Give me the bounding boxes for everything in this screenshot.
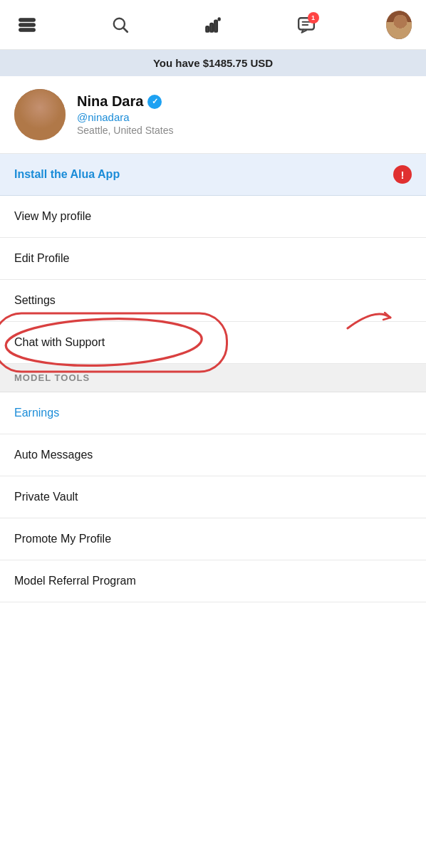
svg-rect-5 [206, 26, 209, 32]
warning-icon: ! [393, 165, 412, 184]
install-banner-text: Install the Alua App [14, 168, 120, 181]
earnings-item[interactable]: Earnings [0, 392, 426, 434]
promote-profile-item[interactable]: Promote My Profile [0, 518, 426, 560]
profile-handle: @ninadara [77, 111, 412, 123]
svg-rect-1 [19, 23, 35, 26]
model-tools-header: MODEL TOOLS [0, 364, 426, 392]
user-avatar-nav[interactable] [386, 12, 412, 38]
settings-item[interactable]: Settings [0, 280, 426, 322]
menu-icon[interactable] [14, 12, 40, 38]
verified-badge: ✓ [147, 95, 162, 109]
search-icon[interactable] [108, 12, 133, 38]
profile-name: Nina Dara ✓ [77, 93, 412, 110]
svg-rect-0 [19, 19, 35, 21]
top-nav: 1 [0, 0, 426, 50]
install-app-banner[interactable]: Install the Alua App ! [0, 154, 426, 196]
profile-info: Nina Dara ✓ @ninadara Seattle, United St… [77, 93, 412, 136]
balance-bar: You have $1485.75 USD [0, 50, 426, 76]
stats-icon[interactable] [200, 12, 226, 38]
svg-rect-8 [219, 18, 220, 20]
profile-location: Seattle, United States [77, 125, 412, 136]
profile-avatar [14, 89, 66, 140]
notification-badge: 1 [308, 12, 319, 23]
edit-profile-item[interactable]: Edit Profile [0, 238, 426, 280]
private-vault-item[interactable]: Private Vault [0, 476, 426, 518]
profile-section: Nina Dara ✓ @ninadara Seattle, United St… [0, 76, 426, 154]
svg-rect-7 [214, 20, 217, 31]
chat-with-support-item[interactable]: Chat with Support [0, 322, 426, 364]
chat-icon[interactable]: 1 [293, 12, 319, 38]
view-profile-item[interactable]: View My profile [0, 196, 426, 238]
svg-rect-2 [19, 28, 35, 31]
referral-program-item[interactable]: Model Referral Program [0, 560, 426, 602]
auto-messages-item[interactable]: Auto Messages [0, 434, 426, 476]
svg-line-4 [123, 28, 128, 32]
svg-rect-6 [210, 23, 213, 31]
